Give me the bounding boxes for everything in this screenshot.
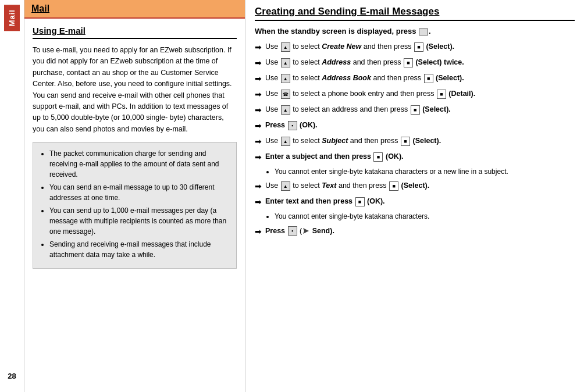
- note-item: You can send an e-mail message to up to …: [49, 182, 229, 203]
- notes-list: The packet communication charge for send…: [40, 148, 229, 260]
- nav-up-icon: ▲: [281, 105, 290, 115]
- left-content-area: Using E-mail To use e-mail, you need to …: [24, 19, 245, 276]
- right-section-title: Creating and Sending E-mail Messages: [255, 6, 575, 21]
- subnote-item: You cannot enter single-byte katakana ch…: [275, 167, 575, 177]
- step-6: ➡ Press ▪ (OK).: [255, 120, 575, 132]
- step-10-subnote: You cannot enter single-byte katakana ch…: [266, 212, 575, 222]
- left-panel: Mail Using E-mail To use e-mail, you nee…: [24, 0, 245, 392]
- note-item: The packet communication charge for send…: [49, 148, 229, 180]
- step-10-text: Enter text and then press ■ (OK).: [265, 196, 575, 207]
- step-1: ➡ Use ▲ to select Create New and then pr…: [255, 41, 575, 54]
- right-panel: Creating and Sending E-mail Messages Whe…: [245, 0, 584, 392]
- step-1-text: Use ▲ to select Create New and then pres…: [265, 41, 575, 52]
- note-item: Sending and receiving e-mail messages th…: [49, 239, 229, 260]
- send-button: ▪: [288, 226, 297, 236]
- arrow-icon: ➡: [255, 180, 262, 193]
- arrow-icon: ➡: [255, 151, 262, 163]
- subnote-item: You cannot enter single-byte katakana ch…: [275, 212, 575, 222]
- nav-up-icon: ▲: [281, 181, 290, 191]
- step-3-text: Use ▲ to select Address Book and then pr…: [265, 73, 575, 84]
- nav-up-icon: ▲: [281, 42, 290, 52]
- step-3: ➡ Use ▲ to select Address Book and then …: [255, 73, 575, 85]
- arrow-icon: ➡: [255, 120, 262, 132]
- intro-line: When the standby screen is displayed, pr…: [255, 27, 575, 35]
- send-icon: [302, 227, 310, 234]
- step-2: ➡ Use ▲ to select Address and then press…: [255, 57, 575, 69]
- step-2-text: Use ▲ to select Address and then press ■…: [265, 57, 575, 68]
- step-4-text: Use ☎ to select a phone book entry and t…: [265, 88, 575, 99]
- nav-up-icon: ▲: [281, 137, 290, 146]
- arrow-icon: ➡: [255, 73, 262, 85]
- main-content: Mail Using E-mail To use e-mail, you nee…: [24, 0, 584, 392]
- notes-box: The packet communication charge for send…: [33, 142, 237, 269]
- note-item: You can send up to 1,000 e-mail messages…: [49, 205, 229, 237]
- nav-up-icon: ▲: [281, 58, 290, 67]
- ok-button: ■: [373, 152, 383, 162]
- arrow-icon: ➡: [255, 136, 262, 148]
- ok-button: ▪: [288, 121, 297, 130]
- step-5-text: Use ▲ to select an address and then pres…: [265, 104, 575, 115]
- step-5: ➡ Use ▲ to select an address and then pr…: [255, 104, 575, 116]
- using-email-title: Using E-mail: [33, 26, 237, 39]
- select-button: ■: [404, 58, 413, 67]
- svg-marker-0: [303, 228, 309, 234]
- step-10: ➡ Enter text and then press ■ (OK).: [255, 196, 575, 208]
- ok-button: ■: [355, 197, 365, 206]
- step-11-text: Press ▪ ( Send).: [265, 226, 575, 237]
- step-8-subnote: You cannot enter single-byte katakana ch…: [266, 167, 575, 177]
- arrow-icon: ➡: [255, 226, 262, 238]
- page-number: 28: [8, 372, 16, 380]
- detail-button: ■: [437, 90, 446, 99]
- select-button: ■: [414, 42, 423, 52]
- step-4: ➡ Use ☎ to select a phone book entry and…: [255, 88, 575, 101]
- step-9: ➡ Use ▲ to select Text and then press ■ …: [255, 180, 575, 193]
- step-11: ➡ Press ▪ ( Send).: [255, 226, 575, 238]
- arrow-icon: ➡: [255, 88, 262, 101]
- select-button: ■: [401, 137, 410, 146]
- sidebar: Mail 28: [0, 0, 24, 392]
- step-7: ➡ Use ▲ to select Subject and then press…: [255, 136, 575, 148]
- arrow-icon: ➡: [255, 196, 262, 208]
- step-6-text: Press ▪ (OK).: [265, 120, 575, 131]
- arrow-icon: ➡: [255, 104, 262, 116]
- step-7-text: Use ▲ to select Subject and then press ■…: [265, 136, 575, 147]
- step-9-text: Use ▲ to select Text and then press ■ (S…: [265, 180, 575, 191]
- step-8: ➡ Enter a subject and then press ■ (OK).: [255, 151, 575, 163]
- email-description: To use e-mail, you need to apply for an …: [33, 45, 237, 135]
- select-button: ■: [424, 74, 433, 83]
- nav-up-icon: ▲: [281, 74, 290, 83]
- select-button: ■: [411, 105, 420, 115]
- arrow-icon: ➡: [255, 41, 262, 54]
- sidebar-label: Mail: [4, 5, 20, 31]
- mail-section-header: Mail: [24, 0, 245, 19]
- select-button: ■: [389, 181, 398, 191]
- mail-button-icon: [419, 28, 428, 35]
- nav-phone-icon: ☎: [281, 90, 290, 99]
- arrow-icon: ➡: [255, 57, 262, 69]
- step-8-text: Enter a subject and then press ■ (OK).: [265, 151, 575, 162]
